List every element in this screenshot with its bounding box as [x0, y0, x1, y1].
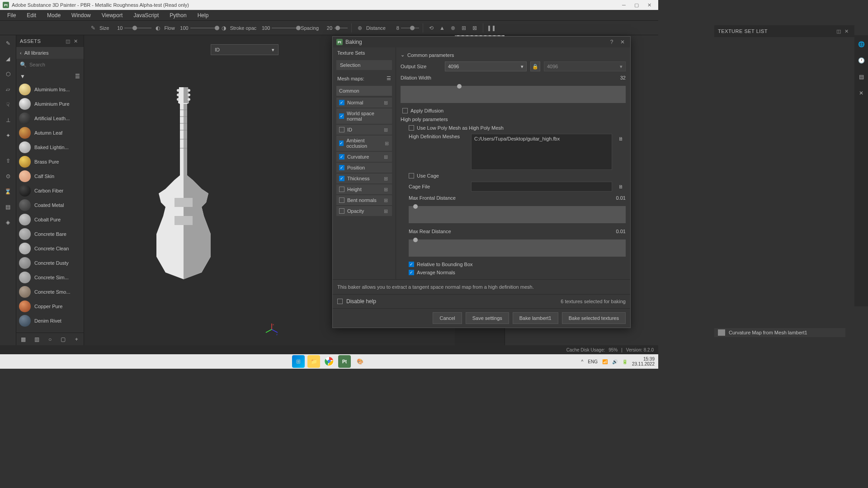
browse-file-icon[interactable]: 🗎 [616, 134, 626, 144]
asset-item[interactable]: Coated Metal [16, 198, 84, 212]
add-asset-icon[interactable]: + [72, 334, 81, 345]
clone-tool-icon[interactable]: ⊥ [3, 115, 14, 126]
max-frontal-slider[interactable] [409, 206, 626, 223]
axis-gizmo[interactable]: x z [265, 323, 278, 336]
selection-button[interactable]: Selection [336, 60, 392, 70]
mesh-map-checkbox[interactable]: ✓ [339, 113, 344, 119]
close-button[interactable]: ✕ [643, 0, 656, 10]
bake-selected-button[interactable]: Bake selected textures [562, 312, 626, 324]
help-icon[interactable]: ? [608, 38, 616, 46]
assets-breadcrumb[interactable]: ‹ All libraries [16, 47, 84, 59]
opacity-icon[interactable]: ◑ [219, 23, 228, 33]
mesh-map-settings-icon[interactable]: ⊞ [384, 154, 389, 160]
asset-item[interactable]: Concrete Dusty [16, 256, 84, 270]
footer-btn-2[interactable]: ▥ [32, 334, 41, 345]
minimize-button[interactable]: ─ [618, 0, 630, 10]
asset-item[interactable]: Denim Rivet [16, 314, 84, 328]
asset-item[interactable]: Concrete Clean [16, 241, 84, 256]
asset-item[interactable]: Autumn Leaf [16, 126, 84, 140]
bake-icon[interactable]: ⌛ [3, 186, 14, 197]
spacing-slider[interactable] [334, 28, 348, 28]
projection-tool-icon[interactable]: ⬡ [3, 69, 14, 80]
windows-taskbar[interactable]: ⊞ 📁 Pt 🎨 ^ ENG 📶 🔊 🔋 15:39 23.11.2022 [0, 354, 658, 369]
mesh-map-settings-icon[interactable]: ⊞ [384, 197, 389, 203]
mesh-map-item[interactable]: ✓Position [336, 163, 392, 173]
undock-icon[interactable]: ◫ [64, 37, 72, 45]
output-size-select-2[interactable]: 4096 [544, 61, 626, 71]
mesh-map-checkbox[interactable] [339, 187, 344, 192]
mesh-map-item[interactable]: ✓Normal⊞ [336, 98, 392, 108]
distance-slider[interactable] [401, 28, 419, 28]
mesh-map-item[interactable]: Bent normals⊞ [336, 195, 392, 205]
relative-bbox-checkbox[interactable]: ✓ [409, 262, 414, 267]
asset-item[interactable]: Aluminium Pure [16, 97, 84, 111]
settings-icon[interactable]: ▤ [3, 202, 14, 212]
mesh-map-settings-icon[interactable]: ⊞ [384, 100, 389, 105]
mesh-map-checkbox[interactable] [339, 127, 344, 132]
material-picker-icon[interactable]: ✦ [3, 130, 14, 141]
menu-viewport[interactable]: Viewport [96, 10, 128, 20]
mesh-map-settings-icon[interactable]: ⊞ [384, 208, 389, 214]
grid-icon[interactable]: ⊠ [470, 23, 479, 33]
mesh-map-item[interactable]: ID⊞ [336, 125, 392, 135]
menu-javascript[interactable]: JavaScript [128, 10, 164, 20]
asset-item[interactable]: Baked Lightin... [16, 140, 84, 155]
mesh-map-checkbox[interactable]: ✓ [339, 141, 344, 146]
asset-item[interactable]: Brass Pure [16, 155, 84, 169]
asset-item[interactable]: Concrete Sim... [16, 270, 84, 285]
battery-icon[interactable]: 🔋 [622, 359, 627, 364]
mesh-map-item[interactable]: Opacity⊞ [336, 206, 392, 216]
pause-icon[interactable]: ❚❚ [487, 23, 496, 33]
mesh-map-checkbox[interactable]: ✓ [339, 165, 344, 170]
brush-preset-icon[interactable]: ✎ [89, 23, 98, 33]
save-settings-button[interactable]: Save settings [466, 312, 509, 324]
disable-help-checkbox[interactable] [337, 299, 343, 304]
mesh-map-settings-icon[interactable]: ⊞ [385, 141, 389, 146]
mesh-map-checkbox[interactable]: ✓ [339, 154, 344, 160]
render-icon[interactable]: ⊙ [3, 171, 14, 182]
mesh-map-checkbox[interactable]: ✓ [339, 100, 344, 105]
asset-item[interactable]: Copper Pure [16, 299, 84, 314]
tag-icon[interactable]: ◈ [3, 217, 14, 228]
asset-item[interactable]: Concrete Smo... [16, 285, 84, 299]
average-normals-checkbox[interactable]: ✓ [409, 270, 414, 275]
lock-icon[interactable]: 🔒 [530, 61, 540, 71]
opacity-slider[interactable] [272, 28, 299, 28]
smudge-tool-icon[interactable]: ☟ [3, 99, 14, 110]
bake-lambert-button[interactable]: Bake lambert1 [513, 312, 558, 324]
menu-help[interactable]: Help [192, 10, 214, 20]
wifi-icon[interactable]: 📶 [602, 359, 608, 364]
size-slider[interactable] [124, 28, 151, 28]
tray-chevron-icon[interactable]: ^ [581, 359, 584, 364]
mesh-map-settings-icon[interactable]: ⊞ [384, 176, 389, 181]
output-size-select[interactable]: 4096 [445, 61, 527, 71]
maximize-button[interactable]: ▢ [630, 0, 643, 10]
start-button[interactable]: ⊞ [292, 355, 305, 368]
clock[interactable]: 15:39 23.11.2022 [632, 357, 655, 366]
alignment-icon[interactable]: ⊕ [355, 23, 364, 33]
mesh-map-item[interactable]: Height⊞ [336, 184, 392, 194]
file-explorer-icon[interactable]: 📁 [307, 355, 320, 368]
mesh-map-checkbox[interactable] [339, 197, 344, 203]
menu-python[interactable]: Python [164, 10, 192, 20]
assets-list[interactable]: Aluminium Ins...Aluminium PureArtificial… [16, 82, 84, 333]
asset-item[interactable]: Calf Skin [16, 169, 84, 183]
asset-item[interactable]: Cobalt Pure [16, 212, 84, 227]
search-input[interactable] [29, 62, 92, 67]
asset-item[interactable]: Artificial Leath... [16, 111, 84, 126]
paint-tool-icon[interactable]: ✎ [3, 38, 14, 49]
baking-close-icon[interactable]: ✕ [618, 38, 627, 46]
back-icon[interactable]: ‹ [20, 50, 22, 56]
mesh-map-item[interactable]: ✓Ambient occlusion⊞ [336, 136, 392, 151]
mesh-map-settings-icon[interactable]: ⊞ [384, 187, 389, 192]
use-cage-checkbox[interactable] [409, 173, 414, 178]
mesh-map-item[interactable]: ✓Curvature⊞ [336, 152, 392, 162]
footer-btn-1[interactable]: ▦ [19, 334, 28, 345]
footer-btn-3[interactable]: ○ [46, 334, 54, 345]
max-rear-slider[interactable] [409, 239, 626, 257]
menu-mode[interactable]: Mode [42, 10, 66, 20]
common-params-header[interactable]: ⌄ Common parameters [401, 50, 626, 60]
menu-window[interactable]: Window [66, 10, 96, 20]
use-low-poly-checkbox[interactable] [409, 125, 414, 131]
mesh-map-common[interactable]: Common [336, 86, 392, 96]
